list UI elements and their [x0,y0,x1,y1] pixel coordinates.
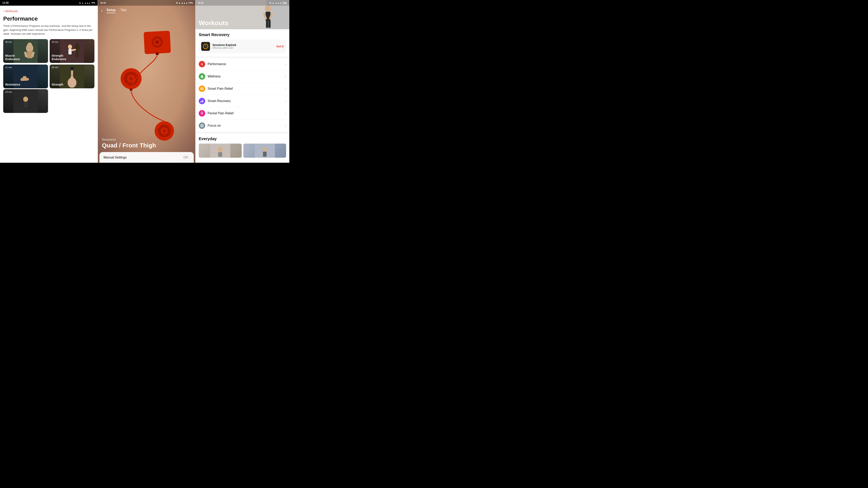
sessions-expired-title: Sessions Expired [213,43,274,46]
location-label: Resistance [98,138,195,142]
menu-item-performance[interactable]: Performance › [195,58,289,70]
focus-icon [199,122,205,129]
time-2: 10:41 [100,2,106,4]
everyday-thumb-1[interactable] [199,143,242,158]
back-button-2[interactable]: ‹ [101,8,102,13]
lightning-icon [200,62,204,66]
svg-rect-8 [76,50,79,57]
page-description: Think of Performance Programs as key wor… [3,24,94,36]
wellness-icon [199,73,205,80]
svg-point-74 [262,147,267,152]
thumb-img-2 [243,143,286,158]
svg-point-71 [218,147,222,153]
panel-performance: 11:30 ⊝ ▲ ▲▲▲ 70% ‹ Workouts Performance… [0,0,98,163]
workout-card-muscle-endurance[interactable]: 46 min MuscleEndurance [3,39,48,63]
tab-setup[interactable]: Setup [106,8,116,13]
leaf-icon [200,75,204,78]
everyday-thumb-2[interactable] [243,143,286,158]
manual-settings-off: Off [183,156,188,159]
performance-body: ‹ Workouts Performance Think of Performa… [0,6,98,163]
workout-last-row: 24 min [3,89,94,113]
card-label-3: Resistance [5,83,20,86]
everyday-thumbnails [199,143,286,158]
sessions-expired-card: Sessions Expired Effective within 24h Go… [199,39,286,53]
card-label-1: MuscleEndurance [5,54,20,61]
wifi-icon-3: ▲ [272,2,274,4]
card-label-2: StrengthEndurance [52,54,66,61]
tab-tips[interactable]: Tips [120,8,126,13]
focus-on-chevron: › [285,124,286,128]
pain-relief-icon [199,86,205,92]
card-time-1: 46 min [5,41,12,43]
menu-item-pain-relief[interactable]: Smart Pain Relief › [195,83,289,95]
svg-rect-22 [70,67,74,69]
card-time-3: 21 min [5,66,12,69]
status-icons-2: ⊝ ▲ ▲▲▲ 74% [176,2,193,4]
pain-relief-chevron: › [285,87,286,91]
tabs: Setup Tips [106,8,126,13]
svg-point-32 [156,40,159,43]
svg-rect-10 [68,49,72,55]
signal-icon-2: ▲▲▲ [181,2,188,4]
menu-label-focus-on: Focus on [208,124,285,127]
status-icons-1: ⊝ ▲ ▲▲▲ 70% [79,2,95,4]
svg-marker-56 [201,63,203,66]
svg-point-9 [68,44,72,49]
svg-rect-75 [263,152,267,157]
svg-rect-61 [200,101,201,102]
signal-icon: ▲▲▲ [84,2,90,4]
menu-label-wellness: Wellness [208,75,285,78]
svg-point-42 [163,129,166,133]
battery-icon: 70% [91,2,95,4]
battery-icon-3: 74% [282,2,287,4]
manual-settings-bar[interactable]: Manual Settings Off › [99,152,194,163]
svg-point-46 [265,5,271,12]
menu-item-period-pain[interactable]: Period Pain Relief › [195,107,289,120]
workout-card-strength-endurance[interactable]: 33 min StrengthEndurance [50,39,94,63]
menu-label-pain-relief: Smart Pain Relief [208,87,285,91]
card-time-4: 26 min [52,66,58,69]
svg-point-37 [129,77,133,80]
card-time-2: 33 min [52,41,58,43]
workouts-header-image: 10:41 ⊝ ▲ ▲▲▲ 74% Edit Workouts [195,0,289,29]
back-link-label: Workouts [5,9,18,13]
chart-icon [200,99,204,103]
workout-card-strength[interactable]: 26 min Strength [50,65,94,88]
card-time-5: 24 min [5,91,12,93]
do-not-disturb-icon-3: ⊝ [269,2,271,4]
sessions-text: Sessions Expired Effective within 24h [213,43,274,50]
menu-section: Performance › Wellness › [195,58,289,132]
target-icon [200,87,204,91]
menu-item-focus-on[interactable]: Focus on › [195,120,289,132]
svg-rect-2 [27,51,32,58]
svg-point-64 [201,112,203,114]
svg-point-60 [202,89,203,89]
page-title: Performance [3,15,94,22]
back-link-workouts[interactable]: ‹ Workouts [3,9,94,13]
period-pain-icon [199,110,205,117]
panel-workouts-menu: 10:41 ⊝ ▲ ▲▲▲ 74% Edit Workouts Smart Re… [195,0,289,163]
female-icon [200,111,204,115]
svg-rect-72 [218,152,222,157]
do-not-disturb-icon: ⊝ [79,2,81,4]
status-bar-2: 10:41 ⊝ ▲ ▲▲▲ 74% [98,0,195,6]
manual-settings-value: Off › [183,155,190,160]
sessions-icon [201,42,210,51]
signal-icon-3: ▲▲▲ [275,2,282,4]
svg-rect-25 [24,102,28,108]
period-pain-chevron: › [285,111,286,116]
svg-rect-50 [266,20,268,28]
svg-rect-62 [202,100,202,102]
panel-setup: 10:41 ⊝ ▲ ▲▲▲ 74% ‹ Setup Tips Resistanc… [98,0,195,163]
svg-point-43 [156,52,158,55]
wifi-icon-2: ▲ [178,2,181,4]
workout-grid: 46 min MuscleEndurance 33 min [3,39,94,88]
focus-circle-icon [200,124,204,127]
menu-label-period-pain: Period Pain Relief [208,111,285,115]
workout-card-resistance[interactable]: 21 min Resistance [3,65,48,88]
workout-card-5[interactable]: 24 min [3,89,48,113]
menu-item-wellness[interactable]: Wellness › [195,70,289,83]
menu-item-smart-recovery[interactable]: Smart Recovery › [195,95,289,107]
panel2-header: ‹ Setup Tips [98,6,195,16]
got-it-button[interactable]: Got It [276,45,284,48]
